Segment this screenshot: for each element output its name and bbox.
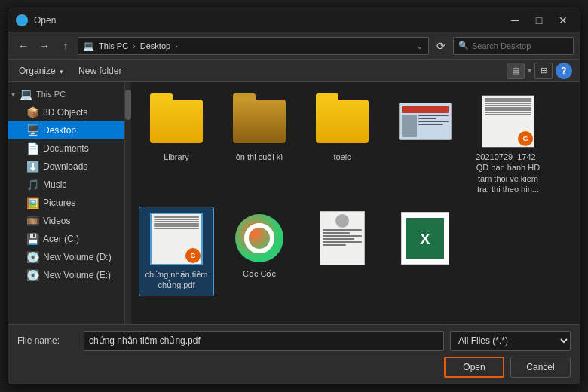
- sidebar-item-new-volume-e[interactable]: 💽 New Volume (E:): [8, 266, 124, 284]
- scrollbar-thumb: [125, 90, 131, 120]
- sidebar-item-videos[interactable]: 🎞️ Videos: [8, 212, 124, 230]
- file-label-toeic: toeic: [333, 152, 351, 162]
- search-input[interactable]: [472, 41, 568, 51]
- view-controls: ▤ ▾ ⊞ ?: [507, 63, 572, 79]
- drive-c-icon: 💾: [26, 233, 38, 245]
- pdf-selected-icon: G: [149, 212, 204, 266]
- folder-icon-toeic: [315, 94, 369, 149]
- sidebar-item-new-volume-d[interactable]: 💽 New Volume (D:): [8, 248, 124, 266]
- cancel-button[interactable]: Cancel: [510, 357, 571, 378]
- file-label-library: Library: [164, 152, 189, 162]
- refresh-button[interactable]: ⟳: [432, 37, 450, 55]
- sidebar-label-desktop: Desktop: [43, 125, 76, 136]
- maximize-button[interactable]: □: [530, 13, 548, 28]
- address-this-pc[interactable]: This PC: [99, 41, 128, 51]
- filename-input[interactable]: [84, 331, 444, 351]
- sidebar-label-documents: Documents: [43, 143, 89, 154]
- sidebar-label-new-volume-e: New Volume (E:): [43, 270, 111, 280]
- 3d-objects-icon: 📦: [26, 106, 38, 118]
- downloads-icon: ⬇️: [26, 161, 38, 173]
- videos-icon: 🎞️: [26, 215, 38, 227]
- list-item[interactable]: G chứng nhận tiêm chủng.pdf: [139, 207, 214, 296]
- id-card-icon: [398, 94, 452, 149]
- search-icon: 🔍: [458, 41, 469, 51]
- list-item[interactable]: X: [387, 207, 463, 296]
- sidebar-label-pictures: Pictures: [43, 198, 75, 208]
- close-button[interactable]: ✕: [554, 13, 572, 28]
- sidebar-label-videos: Videos: [43, 216, 70, 226]
- dialog-buttons: Open Cancel: [17, 357, 571, 378]
- open-dialog: 🌐 Open ─ □ ✕ ← → ↑ 💻 This PC › Desktop ›…: [8, 8, 580, 384]
- up-button[interactable]: ↑: [57, 37, 75, 55]
- sidebar-item-documents[interactable]: 📄 Documents: [8, 139, 124, 158]
- pc-icon: 💻: [20, 88, 32, 100]
- list-item[interactable]: [387, 90, 463, 199]
- drive-d-icon: 💽: [26, 251, 38, 263]
- sidebar-label-music: Music: [43, 179, 66, 190]
- file-label-doc1: 20210729_1742_QD ban hanh HD tam thoi ve…: [474, 152, 542, 194]
- filename-row: File name: All Files (*.*): [17, 331, 571, 351]
- organize-button[interactable]: Organize ▾: [16, 64, 66, 78]
- title-bar: 🌐 Open ─ □ ✕: [8, 8, 580, 32]
- list-item[interactable]: ôn thi cuối kì: [222, 90, 297, 199]
- dialog-title: Open: [34, 15, 506, 26]
- sidebar-item-downloads[interactable]: ⬇️ Downloads: [8, 158, 124, 176]
- sidebar-label-3d-objects: 3D Objects: [43, 107, 87, 118]
- coccoc-icon: [232, 211, 286, 265]
- file-label-chung-nhan: chứng nhận tiêm chủng.pdf: [142, 269, 210, 291]
- address-bar[interactable]: 💻 This PC › Desktop › ⌄: [78, 37, 429, 55]
- list-item[interactable]: G 20210729_1742_QD ban hanh HD tam thoi …: [470, 90, 546, 199]
- sidebar-item-desktop[interactable]: 🖥️ Desktop: [8, 121, 124, 139]
- sidebar-item-this-pc[interactable]: ▾ 💻 This PC: [8, 85, 124, 103]
- action-bar: Organize ▾ New folder ▤ ▾ ⊞ ?: [8, 60, 580, 82]
- sidebar-item-pictures[interactable]: 🖼️ Pictures: [8, 194, 124, 212]
- sidebar-item-3d-objects[interactable]: 📦 3D Objects: [8, 103, 124, 121]
- music-icon: 🎵: [26, 179, 38, 191]
- sidebar-label-this-pc: This PC: [36, 90, 66, 99]
- resume-icon: [315, 211, 369, 265]
- dialog-icon: 🌐: [16, 14, 28, 26]
- nav-toolbar: ← → ↑ 💻 This PC › Desktop › ⌄ ⟳ 🔍: [8, 32, 580, 60]
- view-grid-button[interactable]: ⊞: [534, 63, 553, 79]
- file-area: Library ôn thi cuối kì toeic: [131, 82, 580, 324]
- view-list-button[interactable]: ▤: [507, 63, 525, 79]
- sidebar-label-acer-c: Acer (C:): [43, 234, 79, 244]
- filetype-select[interactable]: All Files (*.*): [450, 331, 571, 351]
- pdf-thumb-1-icon: G: [481, 94, 535, 149]
- address-desktop[interactable]: Desktop: [140, 41, 170, 51]
- sidebar-item-acer-c[interactable]: 💾 Acer (C:): [8, 230, 124, 248]
- window-controls: ─ □ ✕: [506, 13, 572, 28]
- main-content: ▾ 💻 This PC 📦 3D Objects 🖥️ Desktop 📄 Do…: [8, 82, 580, 324]
- sidebar-label-downloads: Downloads: [43, 161, 87, 172]
- folder-icon-on-thi: [232, 94, 286, 149]
- bottom-section: File name: All Files (*.*) Open Cancel: [8, 324, 580, 384]
- sidebar-scrollbar[interactable]: [125, 82, 131, 324]
- forward-button[interactable]: →: [35, 37, 54, 55]
- svg-text:X: X: [420, 231, 430, 247]
- drive-e-icon: 💽: [26, 269, 38, 281]
- file-label-on-thi: ôn thi cuối kì: [236, 152, 283, 162]
- open-button[interactable]: Open: [444, 357, 504, 378]
- list-item[interactable]: [305, 207, 380, 296]
- help-button[interactable]: ?: [556, 63, 572, 79]
- folder-icon-library: [149, 94, 204, 149]
- search-box[interactable]: 🔍: [453, 37, 574, 55]
- desktop-icon: 🖥️: [26, 124, 38, 136]
- list-item[interactable]: Cốc Cốc: [222, 207, 297, 296]
- file-label-coccoc: Cốc Cốc: [243, 268, 276, 279]
- list-item[interactable]: toeic: [305, 90, 380, 199]
- back-button[interactable]: ←: [14, 37, 32, 55]
- list-item[interactable]: Library: [139, 90, 214, 199]
- excel-icon: X: [398, 211, 452, 265]
- sidebar-label-new-volume-d: New Volume (D:): [43, 252, 112, 262]
- address-chevron-icon[interactable]: ⌄: [416, 41, 424, 51]
- sidebar: ▾ 💻 This PC 📦 3D Objects 🖥️ Desktop 📄 Do…: [8, 82, 125, 324]
- filename-label: File name:: [17, 335, 78, 346]
- sidebar-item-music[interactable]: 🎵 Music: [8, 176, 124, 194]
- documents-icon: 📄: [26, 142, 38, 155]
- minimize-button[interactable]: ─: [506, 13, 524, 28]
- pictures-icon: 🖼️: [26, 197, 38, 209]
- new-folder-button[interactable]: New folder: [75, 64, 124, 78]
